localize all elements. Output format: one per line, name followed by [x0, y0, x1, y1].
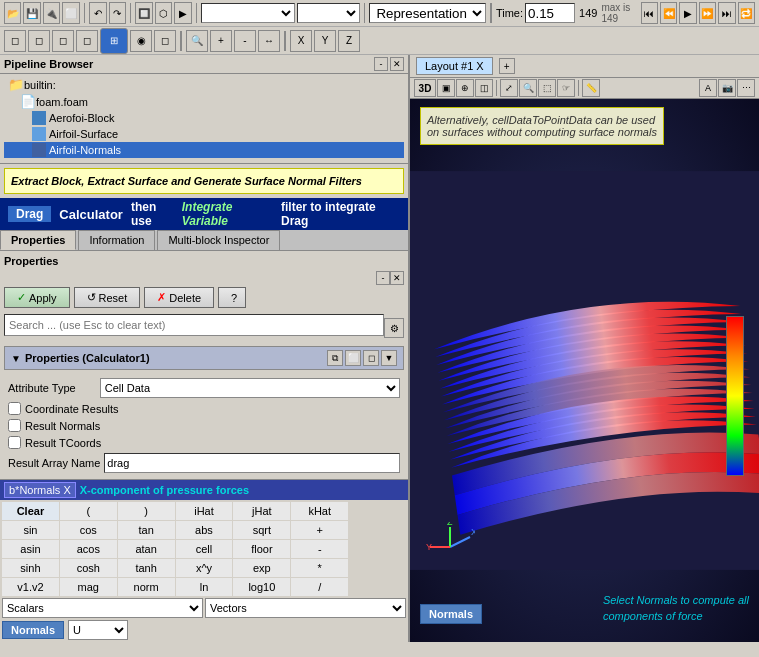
acos-btn[interactable]: acos	[60, 540, 117, 558]
ln-btn[interactable]: ln	[176, 578, 233, 596]
reset-view-btn[interactable]: ↔	[258, 30, 280, 52]
tree-foam[interactable]: 📄 foam.foam	[4, 93, 404, 110]
tree-normals[interactable]: Airfoil-Normals	[4, 142, 404, 158]
vp-reset-btn[interactable]: ⤢	[500, 79, 518, 97]
loop-btn[interactable]: 🔁	[738, 2, 755, 24]
log10-btn[interactable]: log10	[233, 578, 290, 596]
vp-select-btn[interactable]: ⬚	[538, 79, 556, 97]
result-normals-checkbox[interactable]	[8, 419, 21, 432]
vp-camera-btn[interactable]: 📷	[718, 79, 736, 97]
v1v2-btn[interactable]: v1.v2	[2, 578, 59, 596]
layout-tab[interactable]: Layout #1 X	[416, 57, 493, 75]
prop-close-btn[interactable]: ✕	[390, 271, 404, 285]
last-frame-btn[interactable]: ⏭	[718, 2, 735, 24]
source-select[interactable]	[297, 3, 360, 23]
cosh-btn[interactable]: cosh	[60, 559, 117, 577]
expand-btn[interactable]: ⬜	[345, 350, 361, 366]
normals-badge[interactable]: Normals	[2, 621, 64, 639]
open-btn[interactable]: 📂	[4, 2, 21, 24]
sqrt-btn[interactable]: sqrt	[233, 521, 290, 539]
prop-minimize-btn[interactable]: -	[376, 271, 390, 285]
vp-more-btn[interactable]: ⋯	[737, 79, 755, 97]
abs-btn[interactable]: abs	[176, 521, 233, 539]
plus-btn[interactable]: +	[291, 521, 348, 539]
3d-btn[interactable]: 3D	[414, 79, 436, 97]
filter-btn[interactable]: 🔲	[135, 2, 152, 24]
connect-btn[interactable]: 🔌	[43, 2, 60, 24]
vp-measure-btn[interactable]: 📏	[582, 79, 600, 97]
ihat-btn[interactable]: iHat	[176, 502, 233, 520]
vectors-select[interactable]: Vectors	[205, 598, 406, 618]
pipeline-minimize-btn[interactable]: -	[374, 57, 388, 71]
coord-results-checkbox[interactable]	[8, 402, 21, 415]
tan-btn[interactable]: tan	[118, 521, 175, 539]
khat-btn[interactable]: kHat	[291, 502, 348, 520]
vp-settings-btn[interactable]: A	[699, 79, 717, 97]
delete-btn[interactable]: ✗ Delete	[144, 287, 214, 308]
source-btn[interactable]: ⬡	[155, 2, 172, 24]
view-btn3[interactable]: ◻	[52, 30, 74, 52]
asin-btn[interactable]: asin	[2, 540, 59, 558]
mag-btn[interactable]: mag	[60, 578, 117, 596]
attr-type-select[interactable]: Cell Data Point Data	[100, 378, 400, 398]
props-close-btn[interactable]: ▼	[381, 350, 397, 366]
view-btn1[interactable]: ◻	[4, 30, 26, 52]
vp-interact-btn[interactable]: ☞	[557, 79, 575, 97]
undo-btn[interactable]: ↶	[89, 2, 106, 24]
star-btn[interactable]: *	[291, 559, 348, 577]
orient-btn2[interactable]: Y	[314, 30, 336, 52]
copy-btn[interactable]: ⧉	[327, 350, 343, 366]
tab-multiblock[interactable]: Multi-block Inspector	[157, 230, 280, 250]
search-input[interactable]	[4, 314, 384, 336]
tab-properties[interactable]: Properties	[0, 230, 76, 250]
tab-information[interactable]: Information	[78, 230, 155, 250]
result-array-name-input[interactable]	[104, 453, 400, 473]
normals-bottom-badge[interactable]: Normals	[420, 604, 482, 624]
floor-btn[interactable]: floor	[233, 540, 290, 558]
save-btn[interactable]: 💾	[23, 2, 40, 24]
search-settings-btn[interactable]: ⚙	[384, 318, 404, 338]
u-select[interactable]: U	[68, 620, 128, 640]
view-btn4[interactable]: ◻	[76, 30, 98, 52]
prev-frame-btn[interactable]: ⏪	[660, 2, 677, 24]
view-btn6[interactable]: ◉	[130, 30, 152, 52]
view-btn2[interactable]: ◻	[28, 30, 50, 52]
tanh-btn[interactable]: tanh	[118, 559, 175, 577]
zoom-out-btn[interactable]: -	[234, 30, 256, 52]
zoom-btn[interactable]: 🔍	[186, 30, 208, 52]
view-btn5[interactable]: ⊞	[100, 28, 128, 54]
sinh-btn[interactable]: sinh	[2, 559, 59, 577]
view-btn7[interactable]: ◻	[154, 30, 176, 52]
clear-btn[interactable]: Clear	[2, 502, 59, 520]
play-btn[interactable]: ▶	[174, 2, 191, 24]
apply-btn[interactable]: ✓ Apply	[4, 287, 70, 308]
close-paren-btn[interactable]: )	[118, 502, 175, 520]
vp-btn2[interactable]: ⊕	[456, 79, 474, 97]
representation-select[interactable]: Representation	[369, 3, 486, 23]
xy-btn[interactable]: x^y	[176, 559, 233, 577]
norm-btn[interactable]: norm	[118, 578, 175, 596]
exp-btn[interactable]: exp	[233, 559, 290, 577]
pipeline-close-btn[interactable]: ✕	[390, 57, 404, 71]
scalars-select[interactable]: Scalars	[2, 598, 203, 618]
vp-btn3[interactable]: ◫	[475, 79, 493, 97]
sin-btn[interactable]: sin	[2, 521, 59, 539]
orient-btn3[interactable]: Z	[338, 30, 360, 52]
atan-btn[interactable]: atan	[118, 540, 175, 558]
time-input[interactable]	[525, 3, 575, 23]
cos-btn[interactable]: cos	[60, 521, 117, 539]
next-frame-btn[interactable]: ⏩	[699, 2, 716, 24]
result-tcoords-checkbox[interactable]	[8, 436, 21, 449]
slash-btn[interactable]: /	[291, 578, 348, 596]
cell-btn[interactable]: cell	[176, 540, 233, 558]
tree-builtin[interactable]: 📁 builtin:	[4, 76, 404, 93]
add-layout-btn[interactable]: +	[499, 58, 515, 74]
vp-zoom-btn[interactable]: 🔍	[519, 79, 537, 97]
play-anim-btn[interactable]: ▶	[679, 2, 696, 24]
redo-btn[interactable]: ↷	[109, 2, 126, 24]
pipeline-select[interactable]	[201, 3, 295, 23]
tree-surface[interactable]: Airfoil-Surface	[4, 126, 404, 142]
jhat-btn[interactable]: jHat	[233, 502, 290, 520]
minus-btn[interactable]: -	[291, 540, 348, 558]
help-btn[interactable]: ?	[218, 287, 246, 308]
